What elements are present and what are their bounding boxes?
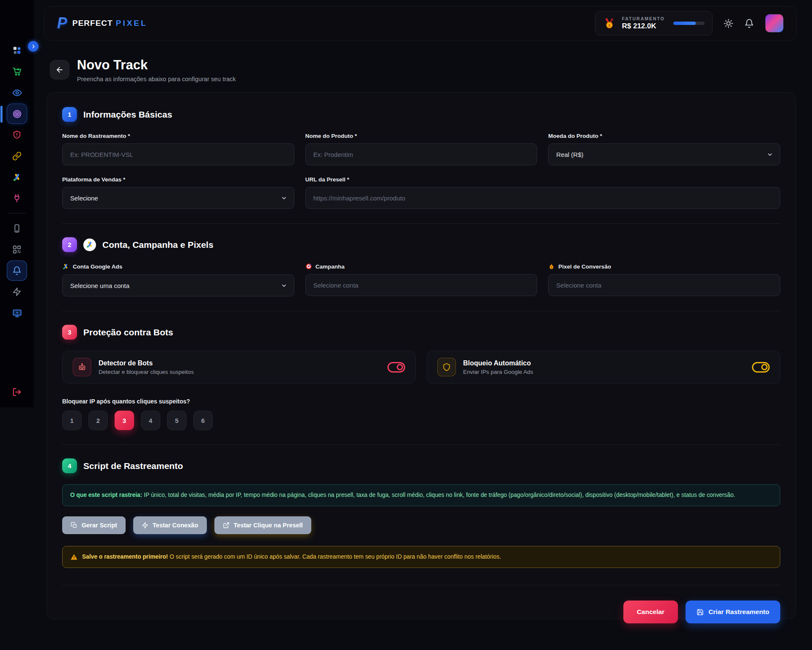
auto-block-toggle[interactable]	[752, 362, 770, 373]
external-link-icon	[223, 522, 230, 529]
warning-lead: Salve o rastreamento primeiro!	[82, 554, 168, 560]
plug-icon	[12, 194, 22, 203]
bot-detector-title: Detector de Bots	[99, 359, 194, 367]
tracking-name-input[interactable]	[62, 143, 294, 165]
section-basic-header: 1 Informações Básicas	[62, 107, 780, 122]
bot-detector-toggle[interactable]	[387, 362, 405, 373]
shield-alert-icon	[12, 130, 22, 140]
page-subtitle: Preencha as informações abaixo para conf…	[77, 76, 236, 82]
bot-detector-card: Detector de Bots Detectar e bloquear cli…	[62, 351, 416, 384]
sidebar-expand-button[interactable]	[28, 41, 38, 52]
create-tracking-button[interactable]: Criar Rastreamento	[686, 601, 780, 623]
form-footer: Cancelar Criar Rastreamento	[62, 601, 780, 623]
user-avatar[interactable]	[765, 14, 784, 33]
section-script-header: 4 Script de Rastreamento	[62, 458, 780, 473]
revenue-value: R$ 212.0K	[622, 22, 665, 30]
test-presell-click-label: Testar Clique na Presell	[234, 522, 303, 529]
clicks-option-5[interactable]: 5	[167, 411, 187, 430]
clicks-option-6[interactable]: 6	[193, 411, 213, 430]
pixel-select[interactable]	[548, 274, 780, 296]
sidebar-item-links[interactable]	[7, 146, 27, 166]
copy-icon	[71, 522, 77, 529]
auto-block-title: Bloqueio Automático	[463, 359, 533, 367]
sidebar-item-mobile[interactable]	[7, 218, 27, 239]
section-accounts-number: 2	[62, 237, 77, 252]
campaign-select[interactable]	[305, 274, 538, 296]
clicks-option-4[interactable]: 4	[141, 411, 160, 430]
qr-code-icon	[12, 245, 22, 254]
bot-detector-subtitle: Detectar e bloquear cliques suspeitos	[99, 369, 194, 375]
bell-icon	[12, 266, 22, 275]
link-icon	[12, 151, 22, 161]
script-info-lead: O que este script rastreia:	[70, 492, 142, 498]
zap-icon	[12, 287, 22, 296]
section-protection-number: 3	[62, 325, 77, 340]
campaign-label: Campanha	[315, 263, 345, 270]
sidebar-divider	[8, 213, 26, 214]
section-basic-number: 1	[62, 107, 77, 122]
sidebar-item-store[interactable]	[7, 61, 27, 82]
platform-label: Plataforma de Vendas *	[62, 176, 294, 183]
sidebar-item-google-ads[interactable]	[7, 167, 27, 187]
generate-script-button[interactable]: Gerar Script	[62, 516, 126, 534]
auto-block-subtitle: Enviar IPs para Google Ads	[463, 369, 533, 375]
footer-divider	[62, 585, 780, 585]
section-accounts-header: 2 Conta, Campanha e Pixels	[62, 237, 780, 252]
robot-icon	[73, 358, 91, 376]
revenue-progress-fill	[673, 22, 696, 25]
new-track-form-card: 1 Informações Básicas Nome do Rastreamen…	[47, 92, 796, 619]
revenue-chip[interactable]: 1 FATURAMENTO R$ 212.0K	[595, 11, 713, 36]
sidebar-item-player[interactable]	[7, 303, 27, 323]
money-bag-icon: $	[548, 263, 555, 270]
active-indicator	[0, 106, 3, 123]
brand-logo: P PERFECTPIXEL	[57, 14, 148, 32]
target-dart-icon	[305, 263, 312, 270]
script-actions: Gerar Script Testar Conexão Testar Cliqu…	[62, 516, 780, 534]
chevron-right-icon	[31, 44, 36, 49]
presell-url-input[interactable]	[305, 187, 780, 209]
sidebar-item-tracks[interactable]	[7, 104, 27, 124]
clicks-option-3-selected[interactable]: 3	[115, 411, 134, 430]
sidebar-item-integrations[interactable]	[7, 188, 27, 208]
svg-text:1: 1	[609, 23, 611, 27]
topbar: P PERFECTPIXEL 1 FATURAMENTO R$ 212.0K	[44, 6, 797, 41]
revenue-label: FATURAMENTO	[622, 16, 665, 21]
google-ads-icon	[62, 263, 69, 270]
sidebar-item-notifications[interactable]	[7, 261, 27, 281]
sidebar	[0, 0, 34, 407]
clicks-threshold-label: Bloquear IP após quantos cliques suspeit…	[62, 398, 780, 405]
notifications-button[interactable]	[744, 19, 754, 28]
clicks-option-2[interactable]: 2	[88, 411, 108, 430]
smartphone-icon	[12, 224, 22, 233]
sidebar-item-views[interactable]	[7, 82, 27, 103]
chevron-down-icon	[281, 282, 287, 289]
clicks-option-1[interactable]: 1	[62, 411, 82, 430]
logout-icon	[12, 387, 22, 397]
google-ads-icon	[83, 239, 96, 251]
script-info-text: IP único, total de visitas, média por IP…	[142, 492, 735, 498]
back-button[interactable]	[50, 60, 69, 80]
product-name-input[interactable]	[305, 143, 538, 165]
currency-select[interactable]: Real (R$)	[548, 143, 780, 165]
theme-toggle-button[interactable]	[724, 19, 733, 28]
sidebar-item-automations[interactable]	[7, 282, 27, 302]
page-header: Novo Track Preencha as informações abaix…	[50, 58, 236, 82]
google-account-select[interactable]: Selecione uma conta	[62, 274, 294, 296]
test-connection-button[interactable]: Testar Conexão	[133, 516, 207, 534]
grid-icon	[12, 46, 22, 55]
platform-select[interactable]: Selecione	[62, 187, 294, 209]
google-ads-icon	[12, 173, 22, 182]
sidebar-item-logout[interactable]	[7, 382, 27, 402]
test-presell-click-button[interactable]: Testar Clique na Presell	[214, 516, 311, 534]
sidebar-item-qr[interactable]	[7, 239, 27, 260]
save-icon	[697, 609, 704, 616]
shield-icon	[437, 358, 456, 376]
cancel-button[interactable]: Cancelar	[623, 601, 678, 623]
sidebar-item-dashboard[interactable]	[7, 40, 27, 60]
warning-text: O script será gerado com um ID único apó…	[168, 554, 501, 560]
target-icon	[12, 109, 22, 119]
sidebar-item-protection[interactable]	[7, 125, 27, 145]
page-title: Novo Track	[77, 58, 236, 73]
google-account-label: Conta Google Ads	[73, 263, 122, 270]
generate-script-label: Gerar Script	[82, 522, 117, 529]
